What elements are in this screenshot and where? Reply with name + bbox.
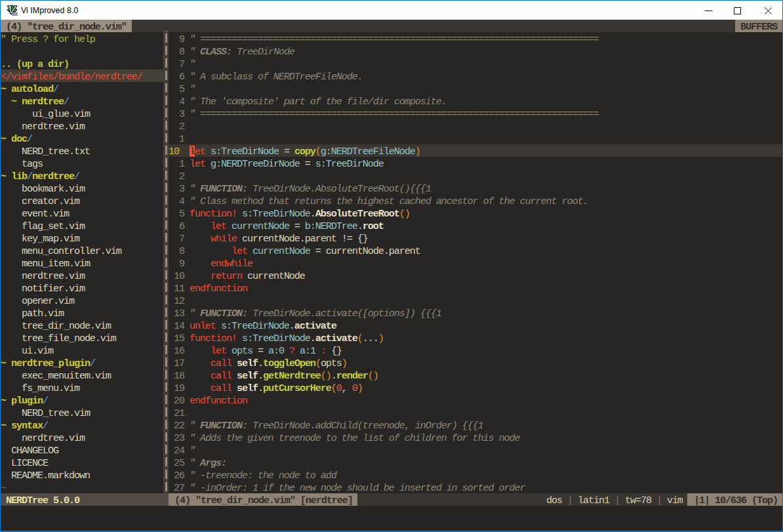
svg-text:im: im xyxy=(12,10,18,16)
